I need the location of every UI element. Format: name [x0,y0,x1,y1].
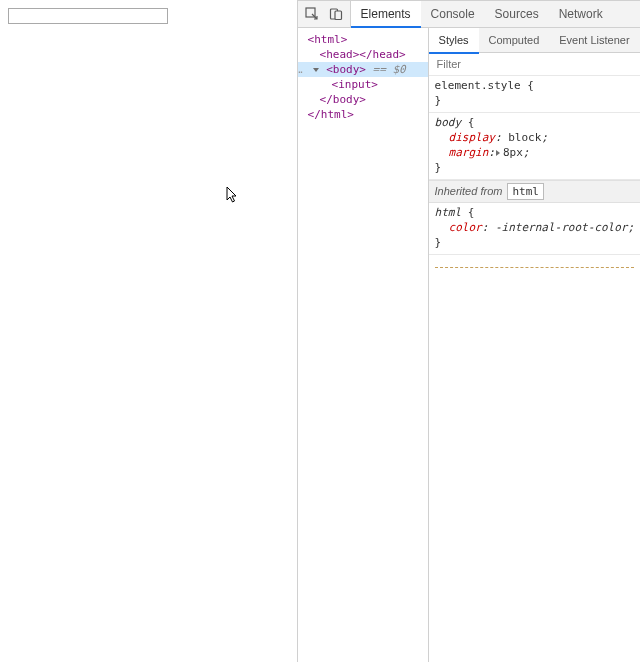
dom-node-html-close[interactable]: </html> [298,107,428,122]
styles-panel: Styles Computed Event Listener element.s… [429,28,640,662]
styles-filter-row [429,53,640,76]
tab-elements[interactable]: Elements [351,1,421,28]
dom-breadcrumb-dots: … [298,62,303,77]
tab-console[interactable]: Console [421,1,485,27]
decl-body-margin[interactable]: margin:8px; [435,145,530,160]
app-root: Elements Console Sources Network <html> … [0,0,640,662]
devtools-panel: Elements Console Sources Network <html> … [298,0,640,662]
styles-subtabs: Styles Computed Event Listener [429,28,640,53]
inspect-icon[interactable] [304,6,320,22]
subtab-event-listeners[interactable]: Event Listener [549,28,639,52]
toolbar-icon-group [298,1,351,27]
dom-tree[interactable]: <html> <head></head> … <body> == $0 <inp… [298,28,429,662]
dom-node-body-open[interactable]: … <body> == $0 [298,62,428,77]
dom-node-head[interactable]: <head></head> [298,47,428,62]
style-rules: element.style { } body { display: block;… [429,76,640,648]
inherited-from-link[interactable]: html [507,183,544,200]
subtab-styles[interactable]: Styles [429,28,479,54]
devtools-toolbar: Elements Console Sources Network [298,1,640,28]
box-model-area [435,267,634,648]
page-input[interactable] [8,8,168,24]
tab-sources[interactable]: Sources [485,1,549,27]
rule-element-style[interactable]: element.style { } [429,76,640,113]
expand-arrow-icon[interactable] [313,68,319,72]
inherited-from-bar: Inherited from html [429,180,640,203]
rule-body[interactable]: body { display: block; margin:8px; } [429,113,640,180]
dom-node-body-close[interactable]: </body> [298,92,428,107]
styles-filter-input[interactable] [435,57,634,71]
page-viewport [0,0,298,662]
devtools-body: <html> <head></head> … <body> == $0 <inp… [298,28,640,662]
svg-rect-2 [335,11,342,20]
subtab-computed[interactable]: Computed [479,28,550,52]
decl-html-color[interactable]: color: -internal-root-color; [435,220,634,235]
device-toggle-icon[interactable] [328,6,344,22]
rule-html[interactable]: html { color: -internal-root-color; } [429,203,640,255]
devtools-main-tabs: Elements Console Sources Network [351,1,613,27]
cursor-icon [226,186,240,204]
tab-network[interactable]: Network [549,1,613,27]
decl-body-display[interactable]: display: block; [435,130,548,145]
selected-node-marker: == $0 [373,63,406,76]
dom-node-input[interactable]: <input> [298,77,428,92]
shorthand-expand-icon[interactable] [496,150,500,156]
dom-node-html-open[interactable]: <html> [298,32,428,47]
